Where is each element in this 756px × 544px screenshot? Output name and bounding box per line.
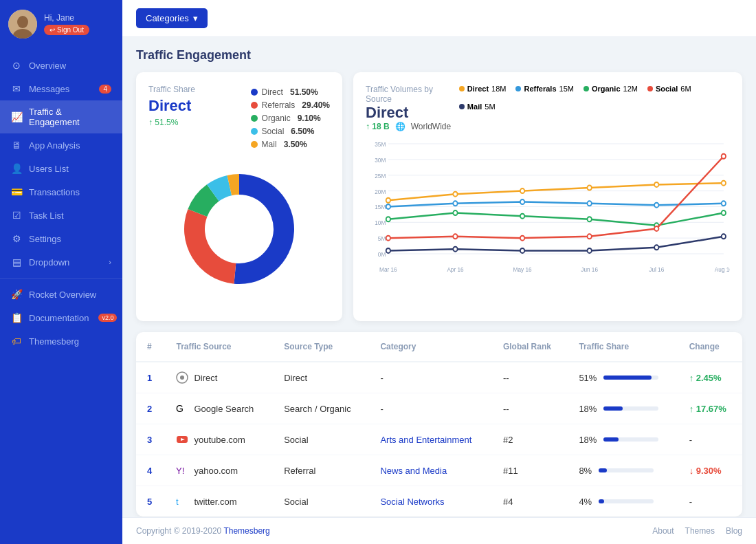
row-source: G Google Search xyxy=(165,393,273,424)
svg-text:G: G xyxy=(176,403,184,414)
x-axis-label: May 16 xyxy=(513,266,532,273)
data-point xyxy=(453,192,457,197)
data-point xyxy=(587,186,591,191)
traffic-progress-container xyxy=(603,437,658,442)
sidebar-item-settings[interactable]: ⚙ Settings xyxy=(0,227,122,250)
chevron-right-icon: › xyxy=(109,258,111,266)
legend-name: Referrals xyxy=(262,100,296,110)
y-axis-label: 20M xyxy=(375,188,386,195)
topbar: Categories ▾ xyxy=(122,0,756,37)
data-point xyxy=(520,214,524,219)
traffic-progress-bar xyxy=(599,499,604,503)
tv-label: Traffic Volumes by Source xyxy=(366,85,459,104)
row-global-rank: -- xyxy=(492,393,568,424)
main-content: Categories ▾ Traffic Engagement Traffic … xyxy=(122,0,756,544)
users-icon: 👤 xyxy=(11,163,22,174)
row-category[interactable]: News and Media xyxy=(369,455,492,486)
app-icon: 🖥 xyxy=(11,140,22,151)
category-link[interactable]: Social Networks xyxy=(380,497,444,507)
tv-header: Traffic Volumes by Source Direct ↑ 18 B … xyxy=(366,85,730,131)
sidebar-item-label: Rocket Overview xyxy=(29,290,96,300)
traffic-pct: 51% xyxy=(579,373,597,383)
row-traffic-share: 18% xyxy=(568,393,678,424)
y-axis-label: 25M xyxy=(375,172,386,179)
tv-legend-item: Refferals 15M xyxy=(515,85,573,93)
sidebar-item-traffic[interactable]: 📈 Traffic & Engagement xyxy=(0,100,122,133)
legend-dot xyxy=(251,141,258,148)
sidebar-item-rocket[interactable]: 🚀 Rocket Overview xyxy=(0,283,122,306)
sidebar-item-label: Dropdown xyxy=(29,257,69,268)
table-header-row: #Traffic SourceSource TypeCategoryGlobal… xyxy=(136,332,742,362)
legend-name: Social xyxy=(262,127,285,136)
sidebar-item-dropdown[interactable]: ▤ Dropdown › xyxy=(0,250,122,274)
sidebar-item-overview[interactable]: ⊙ Overview xyxy=(0,54,122,77)
table-column-header: Category xyxy=(369,332,492,362)
page-title: Traffic Engagement xyxy=(136,48,742,63)
legend-name: Organic xyxy=(262,113,291,123)
data-point xyxy=(587,234,591,239)
tv-stat-scope: WorldWide xyxy=(411,122,451,131)
messages-badge: 4 xyxy=(99,85,111,94)
sidebar-item-docs[interactable]: 📋 Documentation v2.0 xyxy=(0,306,122,329)
data-point xyxy=(520,188,524,193)
row-category[interactable]: Social Networks xyxy=(369,486,492,517)
legend-item: Direct51.50% xyxy=(251,87,330,97)
category-link[interactable]: News and Media xyxy=(380,466,447,476)
data-point xyxy=(722,181,726,186)
y-axis-label: 10M xyxy=(375,219,386,226)
data-point xyxy=(722,201,726,206)
sidebar-item-label: Themesberg xyxy=(29,336,79,347)
row-traffic-share: 18% xyxy=(568,424,678,455)
sidebar-item-tasks[interactable]: ☑ Task List xyxy=(0,204,122,227)
table-column-header: Global Rank xyxy=(492,332,568,362)
tv-legend-dot xyxy=(583,86,589,91)
row-source-type: Social xyxy=(273,486,369,517)
tv-legend-item: Mail 5M xyxy=(459,102,496,111)
traffic-share-legend: Direct51.50%Referrals29.40%Organic9.10%S… xyxy=(251,85,330,149)
transactions-icon: 💳 xyxy=(11,186,22,197)
traffic-table: #Traffic SourceSource TypeCategoryGlobal… xyxy=(136,332,742,516)
footer-link[interactable]: Blog xyxy=(726,526,742,536)
user-info: Hi, Jane ↩ Sign Out xyxy=(44,13,89,35)
categories-button[interactable]: Categories ▾ xyxy=(136,8,208,28)
sidebar-item-app[interactable]: 🖥 App Analysis xyxy=(0,133,122,157)
footer-link[interactable]: About xyxy=(652,526,674,536)
row-source-type: Direct xyxy=(273,362,369,393)
footer-link[interactable]: Themes xyxy=(685,526,715,536)
greeting-text: Hi, Jane xyxy=(44,13,89,23)
footer: Copyright © 2019-2020 Themesberg AboutTh… xyxy=(122,517,756,544)
data-point xyxy=(386,198,390,203)
globe-icon: 🌐 xyxy=(395,122,405,131)
data-point xyxy=(654,182,658,187)
data-point xyxy=(654,203,658,208)
legend-name: Mail xyxy=(262,140,277,149)
sidebar-item-messages[interactable]: ✉ Messages 4 xyxy=(0,77,122,100)
category-link[interactable]: Arts and Entertainment xyxy=(380,435,471,445)
tv-legend: Direct 18MRefferals 15MOrganic 12MSocial… xyxy=(459,85,730,111)
tv-stat-value: ↑ 18 B xyxy=(366,122,390,131)
sidebar-item-label: App Analysis xyxy=(29,140,80,151)
traffic-pct: 18% xyxy=(579,404,597,414)
data-point xyxy=(520,248,524,253)
traffic-pct: 8% xyxy=(579,466,592,476)
y-axis-label: 15M xyxy=(375,204,386,210)
row-source-type: Social xyxy=(273,424,369,455)
categories-label: Categories xyxy=(146,13,189,23)
x-axis-label: Aug 16 xyxy=(715,266,730,273)
source-name: youtube.com xyxy=(194,435,245,445)
sidebar-item-users[interactable]: 👤 Users List xyxy=(0,157,122,180)
row-num: 3 xyxy=(136,424,165,455)
sidebar-item-label: Documentation xyxy=(29,313,89,323)
data-point xyxy=(587,201,591,206)
sidebar-item-themesberg[interactable]: 🏷 Themesberg xyxy=(0,329,122,353)
legend-pct: 51.50% xyxy=(290,87,318,97)
tv-legend-name: Direct xyxy=(467,85,489,93)
svg-text:Y!: Y! xyxy=(176,466,184,476)
legend-item: Organic9.10% xyxy=(251,113,330,123)
footer-brand[interactable]: Themesberg xyxy=(223,526,269,536)
tv-legend-dot xyxy=(515,86,521,91)
nav-divider xyxy=(0,278,122,279)
row-category[interactable]: Arts and Entertainment xyxy=(369,424,492,455)
signout-button[interactable]: ↩ Sign Out xyxy=(44,25,89,35)
sidebar-item-transactions[interactable]: 💳 Transactions xyxy=(0,180,122,204)
